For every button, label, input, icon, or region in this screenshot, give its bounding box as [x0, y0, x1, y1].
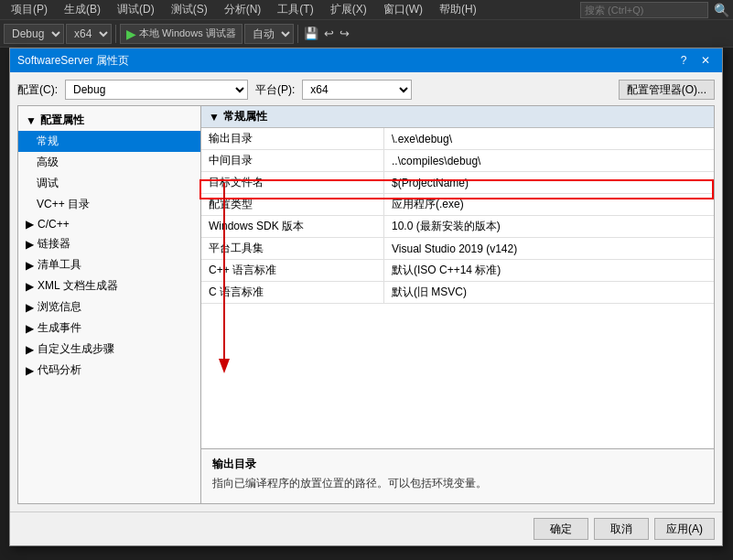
expand-icon2: ▶: [26, 238, 34, 251]
props-key-6: C++ 语言标准: [201, 260, 384, 281]
search-input[interactable]: [580, 2, 708, 18]
main-content: ▼ 配置属性 常规 高级 调试 VC++ 目录 ▶ C/C++ ▶ 链接器 ▶ …: [17, 105, 715, 504]
menu-analyze[interactable]: 分析(N): [217, 0, 269, 19]
menu-window[interactable]: 窗口(W): [376, 0, 430, 19]
tree-group-xml[interactable]: ▶ XML 文档生成器: [18, 275, 200, 296]
ok-button[interactable]: 确定: [534, 518, 588, 540]
play-button[interactable]: ▶ 本地 Windows 调试器: [120, 24, 243, 44]
separator: [115, 25, 116, 43]
dialog-titlebar: SoftwareServer 属性页 ? ✕: [10, 48, 722, 72]
props-key-5: 平台工具集: [201, 238, 384, 259]
tree-group-linker-label: 链接器: [38, 236, 70, 252]
section-label: 常规属性: [223, 109, 267, 124]
props-row-c-std[interactable]: C 语言标准 默认(旧 MSVC): [201, 282, 714, 304]
props-row-cpp-std[interactable]: C++ 语言标准 默认(ISO C++14 标准): [201, 260, 714, 282]
config-dropdown[interactable]: Debug: [65, 80, 248, 100]
props-key-1: 中间目录: [201, 150, 384, 171]
platform-select[interactable]: x64: [66, 24, 112, 44]
menu-tools[interactable]: 工具(T): [270, 0, 320, 19]
toolbar: Debug x64 ▶ 本地 Windows 调试器 自动 💾 ↩ ↪: [0, 20, 733, 48]
undo-icon: ↩: [324, 27, 334, 40]
props-row-output[interactable]: 输出目录 \.exe\debug\: [201, 128, 714, 150]
menu-extend[interactable]: 扩展(X): [323, 0, 374, 19]
menu-test[interactable]: 测试(S): [164, 0, 215, 19]
platform-dropdown[interactable]: x64: [302, 80, 412, 100]
apply-button[interactable]: 应用(A): [654, 518, 715, 540]
menu-build[interactable]: 生成(B): [57, 0, 108, 19]
props-section-header: ▼ 常规属性: [201, 106, 714, 128]
close-button[interactable]: ✕: [696, 52, 715, 69]
props-val-1: ..\compiles\debug\: [384, 150, 714, 171]
props-row-toolset[interactable]: 平台工具集 Visual Studio 2019 (v142): [201, 238, 714, 260]
tree-group-manifest[interactable]: ▶ 清单工具: [18, 254, 200, 275]
config-label: 配置(C):: [17, 82, 58, 98]
tree-group-build-events[interactable]: ▶ 生成事件: [18, 318, 200, 339]
config-manager-button[interactable]: 配置管理器(O)...: [619, 80, 715, 100]
desc-title: 输出目录: [212, 457, 703, 472]
expand-icon6: ▶: [26, 322, 34, 335]
props-val-6: 默认(ISO C++14 标准): [384, 260, 714, 281]
dialog-footer: 确定 取消 应用(A): [10, 512, 722, 545]
props-key-7: C 语言标准: [201, 282, 384, 303]
tree-group-browse[interactable]: ▶ 浏览信息: [18, 296, 200, 318]
tree-group-events-label: 生成事件: [38, 320, 81, 336]
properties-dialog: SoftwareServer 属性页 ? ✕ 配置(C): Debug 平台(P…: [9, 48, 723, 546]
props-row-sdk[interactable]: Windows SDK 版本 10.0 (最新安装的版本): [201, 216, 714, 238]
tree-group-manifest-label: 清单工具: [38, 257, 81, 273]
tree-group-code-analysis[interactable]: ▶ 代码分析: [18, 360, 200, 381]
menu-project[interactable]: 项目(P): [4, 0, 55, 19]
tree-collapse-icon: ▼: [26, 114, 37, 127]
tree-group-custom-build[interactable]: ▶ 自定义生成步骤: [18, 339, 200, 360]
props-row-config-type[interactable]: 配置类型 应用程序(.exe): [201, 194, 714, 216]
tree-item-general[interactable]: 常规: [18, 131, 200, 152]
props-val-0: \.exe\debug\: [384, 128, 714, 149]
tree-group-cpp[interactable]: ▶ C/C++: [18, 215, 200, 233]
props-val-4: 10.0 (最新安装的版本): [384, 216, 714, 237]
menu-debug[interactable]: 调试(D): [110, 0, 162, 19]
tree-item-advanced[interactable]: 高级: [18, 152, 200, 173]
dialog-title: SoftwareServer 属性页: [17, 53, 129, 69]
expand-icon5: ▶: [26, 301, 34, 314]
expand-icon3: ▶: [26, 259, 34, 272]
search-icon: 🔍: [714, 3, 729, 17]
tree-panel: ▼ 配置属性 常规 高级 调试 VC++ 目录 ▶ C/C++ ▶ 链接器 ▶ …: [18, 106, 201, 503]
desc-panel: 输出目录 指向已编译程序的放置位置的路径。可以包括环境变量。: [201, 448, 714, 503]
menu-bar: 项目(P) 生成(B) 调试(D) 测试(S) 分析(N) 工具(T) 扩展(X…: [0, 0, 733, 20]
props-val-2: $(ProjectName): [384, 172, 714, 193]
tree-item-vc-dirs[interactable]: VC++ 目录: [18, 194, 200, 215]
section-collapse-icon: ▼: [209, 111, 220, 124]
props-val-5: Visual Studio 2019 (v142): [384, 238, 714, 259]
debugger-label: 本地 Windows 调试器: [139, 27, 236, 40]
tree-group-browse-label: 浏览信息: [38, 299, 81, 315]
props-key-3: 配置类型: [201, 194, 384, 215]
separator2: [297, 25, 298, 43]
platform-label: 平台(P):: [255, 82, 295, 98]
auto-select[interactable]: 自动: [244, 24, 294, 44]
props-key-2: 目标文件名: [201, 172, 384, 193]
tree-group-custom-label: 自定义生成步骤: [38, 341, 114, 357]
expand-icon4: ▶: [26, 280, 34, 293]
tree-item-debug[interactable]: 调试: [18, 173, 200, 194]
tree-root[interactable]: ▼ 配置属性: [18, 110, 200, 131]
expand-icon8: ▶: [26, 364, 34, 377]
props-key-0: 输出目录: [201, 128, 384, 149]
play-icon: ▶: [126, 27, 136, 41]
props-row-intermediate[interactable]: 中间目录 ..\compiles\debug\: [201, 150, 714, 172]
props-key-4: Windows SDK 版本: [201, 216, 384, 237]
props-table: ▼ 常规属性 输出目录 \.exe\debug\ 中间目录 ..\compile…: [201, 106, 714, 448]
redo-icon: ↪: [340, 27, 350, 40]
save-icon: 💾: [304, 27, 318, 40]
config-select[interactable]: Debug: [4, 24, 64, 44]
menu-help[interactable]: 帮助(H): [432, 0, 484, 19]
dialog-body: 配置(C): Debug 平台(P): x64 配置管理器(O)... ▼ 配置…: [10, 72, 722, 512]
dialog-controls: ? ✕: [674, 52, 715, 69]
help-button[interactable]: ?: [674, 52, 693, 69]
tree-root-label: 配置属性: [40, 113, 84, 128]
expand-icon7: ▶: [26, 343, 34, 356]
props-row-target[interactable]: 目标文件名 $(ProjectName): [201, 172, 714, 194]
tree-group-cpp-label: C/C++: [38, 218, 70, 231]
tree-group-linker[interactable]: ▶ 链接器: [18, 233, 200, 254]
cancel-button[interactable]: 取消: [594, 518, 649, 540]
config-row: 配置(C): Debug 平台(P): x64 配置管理器(O)...: [17, 80, 715, 100]
props-val-3: 应用程序(.exe): [384, 194, 714, 215]
